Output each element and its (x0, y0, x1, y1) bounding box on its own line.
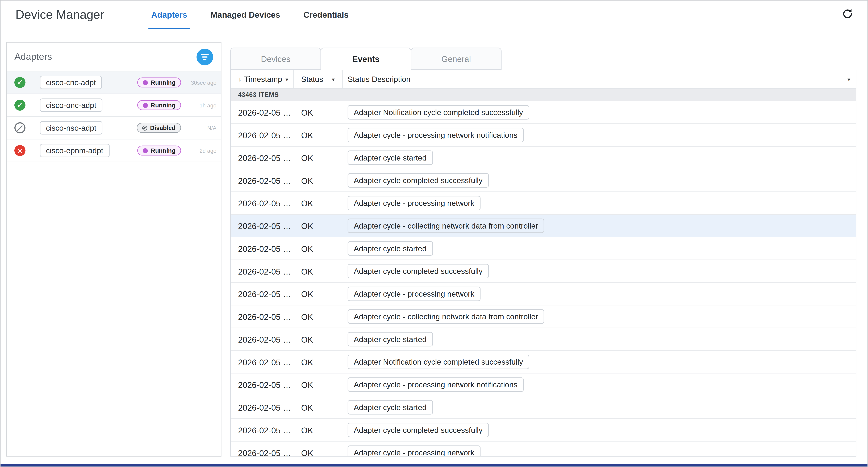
column-menu-caret-icon[interactable]: ▾ (847, 76, 850, 82)
event-timestamp: 2026-02-05 … (231, 107, 294, 117)
event-table-row[interactable]: 2026-02-05 … OK Adapter cycle completed … (231, 169, 856, 192)
event-description-cell: Adapter cycle - processing network (343, 445, 856, 456)
event-status: OK (294, 244, 343, 253)
event-table-row[interactable]: 2026-02-05 … OK Adapter cycle - processi… (231, 442, 856, 456)
event-description-cell: Adapter Notification cycle completed suc… (343, 105, 856, 120)
event-description-cell: Adapter cycle started (343, 241, 856, 256)
event-status: OK (294, 357, 343, 367)
event-description-cell: Adapter cycle - processing network (343, 287, 856, 301)
adapter-detail-panel: Devices Events General ↓ Timestamp ▾ Sta… (221, 42, 857, 457)
adapter-name: cisco-cnc-adpt (40, 76, 102, 89)
event-table-row[interactable]: 2026-02-05 … OK Adapter cycle - processi… (231, 373, 856, 396)
adapter-state-icon (14, 122, 26, 133)
adapter-name: cisco-onc-adpt (40, 99, 102, 112)
events-table: ↓ Timestamp ▾ Status ▾ Status Descriptio… (230, 70, 857, 457)
adapter-name: cisco-epnm-adpt (40, 144, 110, 157)
event-table-row[interactable]: 2026-02-05 … OK Adapter cycle completed … (231, 419, 856, 442)
event-timestamp: 2026-02-05 … (231, 221, 294, 230)
description-column-header: Status Description ▾ (343, 70, 856, 88)
adapter-last-update-time: 2d ago (185, 148, 216, 154)
page-title: Device Manager (16, 7, 104, 22)
adapter-last-update-time: N/A (185, 125, 216, 131)
nav-tab-credentials[interactable]: Credentials (301, 0, 351, 29)
event-status: OK (294, 130, 343, 140)
event-table-row[interactable]: 2026-02-05 … OK Adapter cycle started (231, 238, 856, 260)
adapter-status-label: Running (151, 102, 176, 108)
event-timestamp: 2026-02-05 … (231, 267, 294, 276)
adapter-list: cisco-cnc-adpt Running 30sec ago cisco-o… (7, 71, 221, 456)
filter-button[interactable] (196, 49, 213, 65)
tab-devices[interactable]: Devices (230, 48, 321, 70)
event-status: OK (294, 107, 343, 117)
event-description-cell: Adapter cycle - processing network notif… (343, 377, 856, 392)
nav-tab-managed-devices[interactable]: Managed Devices (208, 0, 283, 29)
tab-general[interactable]: General (411, 48, 501, 70)
status-dot-icon (143, 80, 148, 85)
adapter-list-item[interactable]: cisco-cnc-adpt Running 30sec ago (7, 71, 221, 94)
event-status: OK (294, 198, 343, 208)
filter-icon (201, 53, 209, 61)
event-table-row[interactable]: 2026-02-05 … OK Adapter cycle - processi… (231, 124, 856, 147)
event-status: OK (294, 380, 343, 389)
nav-tab-adapters[interactable]: Adapters (148, 0, 190, 29)
event-description: Adapter Notification cycle completed suc… (348, 355, 529, 369)
event-description: Adapter cycle completed successfully (348, 423, 489, 437)
caret-down-icon: ▾ (286, 76, 288, 82)
event-table-row[interactable]: 2026-02-05 … OK Adapter cycle started (231, 396, 856, 419)
event-description: Adapter cycle completed successfully (348, 173, 489, 188)
event-description: Adapter cycle - collecting network data … (348, 309, 544, 324)
adapter-last-update-time: 30sec ago (185, 80, 216, 86)
event-timestamp: 2026-02-05 … (231, 425, 294, 435)
event-status: OK (294, 289, 343, 299)
adapter-state-icon (14, 77, 26, 88)
event-status: OK (294, 221, 343, 230)
event-timestamp: 2026-02-05 … (231, 335, 294, 344)
adapter-last-update-time: 1h ago (185, 102, 216, 108)
device-manager-window: Device Manager Adapters Managed Devices … (0, 0, 868, 467)
event-table-row[interactable]: 2026-02-05 … OK Adapter Notification cyc… (231, 351, 856, 374)
event-table-row[interactable]: 2026-02-05 … OK Adapter cycle - collecti… (231, 215, 856, 238)
detail-tabs: Devices Events General (230, 48, 857, 70)
adapters-panel: Adapters cisco-cnc-adpt Running 30sec ag… (6, 42, 221, 457)
event-table-row[interactable]: 2026-02-05 … OK Adapter cycle completed … (231, 260, 856, 283)
event-description: Adapter cycle - processing network notif… (348, 377, 524, 392)
event-table-row[interactable]: 2026-02-05 … OK Adapter cycle started (231, 328, 856, 351)
event-table-row[interactable]: 2026-02-05 … OK Adapter cycle - processi… (231, 283, 856, 305)
status-column-header[interactable]: Status ▾ (294, 70, 343, 88)
event-description-cell: Adapter cycle - processing network notif… (343, 128, 856, 142)
status-dot-icon (143, 148, 148, 153)
refresh-button[interactable] (840, 7, 855, 22)
event-description: Adapter cycle completed successfully (348, 264, 489, 278)
adapter-list-item[interactable]: cisco-nso-adpt Disabled N/A (7, 117, 221, 139)
adapter-status-badge: Disabled (137, 123, 181, 133)
status-column-label: Status (301, 74, 323, 84)
adapter-list-item[interactable]: cisco-onc-adpt Running 1h ago (7, 94, 221, 117)
adapter-status-label: Running (151, 147, 176, 154)
event-timestamp: 2026-02-05 … (231, 448, 294, 456)
event-timestamp: 2026-02-05 … (231, 289, 294, 299)
timestamp-column-header[interactable]: ↓ Timestamp ▾ (231, 70, 294, 88)
event-description-cell: Adapter Notification cycle completed suc… (343, 355, 856, 369)
event-rows: 2026-02-05 … OK Adapter Notification cyc… (231, 101, 856, 456)
description-column-label: Status Description (348, 74, 410, 84)
adapter-status-badge: Running (137, 100, 181, 110)
event-description-cell: Adapter cycle completed successfully (343, 264, 856, 278)
adapter-list-item[interactable]: cisco-epnm-adpt Running 2d ago (7, 139, 221, 162)
event-status: OK (294, 448, 343, 456)
event-description: Adapter cycle started (348, 400, 433, 414)
event-description: Adapter cycle started (348, 332, 433, 346)
event-table-row[interactable]: 2026-02-05 … OK Adapter cycle - collecti… (231, 305, 856, 328)
adapter-status-badge: Running (137, 146, 181, 155)
main-navigation: Adapters Managed Devices Credentials (148, 0, 369, 29)
event-table-row[interactable]: 2026-02-05 … OK Adapter cycle started (231, 147, 856, 169)
event-timestamp: 2026-02-05 … (231, 176, 294, 185)
event-status: OK (294, 403, 343, 412)
event-table-row[interactable]: 2026-02-05 … OK Adapter cycle - processi… (231, 192, 856, 215)
event-table-row[interactable]: 2026-02-05 … OK Adapter Notification cyc… (231, 101, 856, 124)
event-description-cell: Adapter cycle completed successfully (343, 173, 856, 188)
event-description: Adapter cycle started (348, 151, 433, 165)
event-timestamp: 2026-02-05 … (231, 244, 294, 253)
status-dot-icon (142, 125, 147, 130)
event-timestamp: 2026-02-05 … (231, 380, 294, 389)
tab-events[interactable]: Events (320, 48, 411, 70)
